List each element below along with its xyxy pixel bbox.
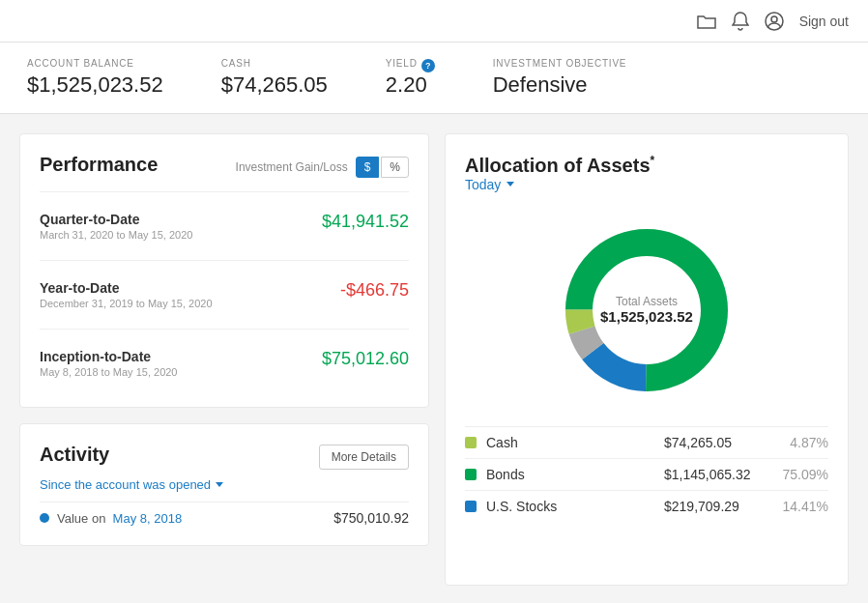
perf-header: Performance Investment Gain/Loss $ % bbox=[40, 154, 409, 180]
ytd-label: Year-to-Date bbox=[40, 280, 213, 296]
today-chevron-icon bbox=[506, 182, 514, 187]
yield-label: YIELD bbox=[386, 58, 418, 69]
left-column: Performance Investment Gain/Loss $ % Qua… bbox=[19, 133, 445, 586]
yield-label-row: YIELD ? bbox=[386, 58, 435, 72]
bonds-amount: $1,145,065.32 bbox=[664, 467, 770, 482]
ytd-sublabel: December 31, 2019 to May 15, 2020 bbox=[40, 298, 213, 309]
perf-row-itd-labels: Inception-to-Date May 8, 2018 to May 15,… bbox=[40, 349, 177, 378]
since-label: Since the account was opened bbox=[40, 477, 211, 492]
yield-info-icon[interactable]: ? bbox=[421, 59, 435, 72]
stocks-amount: $219,709.29 bbox=[664, 499, 770, 514]
itd-sublabel: May 8, 2018 to May 15, 2020 bbox=[40, 366, 177, 378]
toggle-buttons: $ % bbox=[356, 157, 409, 178]
gain-loss-label: Investment Gain/Loss bbox=[236, 160, 348, 174]
activity-value: $750,010.92 bbox=[333, 510, 409, 526]
cash-name: Cash bbox=[486, 435, 654, 450]
alloc-title-row: Allocation of Assets* bbox=[465, 154, 828, 177]
objective-label: INVESTMENT OBJECTIVE bbox=[493, 58, 627, 69]
activity-date: May 8, 2018 bbox=[113, 511, 183, 526]
more-details-button[interactable]: More Details bbox=[319, 445, 409, 470]
alloc-title: Allocation of Assets* bbox=[465, 155, 654, 176]
donut-chart: Total Assets $1,525,023.52 bbox=[465, 214, 828, 407]
user-icon[interactable] bbox=[765, 12, 784, 31]
top-bar-icons: Sign out bbox=[697, 12, 849, 31]
chevron-down-icon bbox=[216, 482, 223, 487]
perf-row-itd: Inception-to-Date May 8, 2018 to May 15,… bbox=[40, 339, 409, 388]
yield-value: 2.20 bbox=[386, 72, 435, 98]
activity-label-prefix: Value on bbox=[57, 511, 105, 526]
asset-row-cash: Cash $74,265.05 4.87% bbox=[465, 426, 828, 458]
allocation-card: Allocation of Assets* Today bbox=[445, 133, 849, 586]
today-label: Today bbox=[465, 177, 501, 192]
top-bar: Sign out bbox=[0, 0, 868, 43]
asset-list: Cash $74,265.05 4.87% Bonds $1,145,065.3… bbox=[465, 426, 828, 522]
account-bar: ACCOUNT BALANCE $1,525,023.52 CASH $74,2… bbox=[0, 43, 868, 114]
itd-label: Inception-to-Date bbox=[40, 349, 177, 364]
cash-pct: 4.87% bbox=[780, 435, 828, 450]
bonds-name: Bonds bbox=[486, 467, 654, 482]
ytd-value: -$466.75 bbox=[340, 280, 409, 301]
donut-svg bbox=[550, 214, 743, 407]
perf-row-ytd-labels: Year-to-Date December 31, 2019 to May 15… bbox=[40, 280, 213, 309]
activity-card: Activity More Details Since the account … bbox=[19, 423, 429, 546]
today-button[interactable]: Today bbox=[465, 177, 514, 192]
asset-row-stocks: U.S. Stocks $219,709.29 14.41% bbox=[465, 490, 828, 522]
balance-label: ACCOUNT BALANCE bbox=[27, 58, 163, 69]
qtd-label: Quarter-to-Date bbox=[40, 212, 192, 227]
cash-label: CASH bbox=[221, 58, 328, 69]
bonds-pct: 75.09% bbox=[780, 467, 828, 482]
cash-value: $74,265.05 bbox=[221, 72, 328, 98]
perf-row-qtd: Quarter-to-Date March 31, 2020 to May 15… bbox=[40, 202, 409, 250]
qtd-value: $41,941.52 bbox=[322, 212, 409, 232]
pct-toggle-button[interactable]: % bbox=[381, 157, 409, 178]
balance-value: $1,525,023.52 bbox=[27, 72, 163, 98]
gain-loss-controls: Investment Gain/Loss $ % bbox=[236, 157, 409, 178]
since-link[interactable]: Since the account was opened bbox=[40, 477, 409, 492]
account-balance-metric: ACCOUNT BALANCE $1,525,023.52 bbox=[27, 58, 163, 98]
performance-title: Performance bbox=[40, 154, 158, 176]
stocks-name: U.S. Stocks bbox=[486, 499, 654, 514]
bell-icon[interactable] bbox=[732, 12, 749, 31]
asset-row-bonds: Bonds $1,145,065.32 75.09% bbox=[465, 458, 828, 490]
activity-header: Activity More Details bbox=[40, 444, 409, 470]
sign-out-button[interactable]: Sign out bbox=[799, 14, 849, 29]
yield-metric: YIELD ? 2.20 bbox=[386, 58, 435, 98]
activity-title: Activity bbox=[40, 444, 109, 466]
performance-card: Performance Investment Gain/Loss $ % Qua… bbox=[19, 133, 429, 408]
cash-amount: $74,265.05 bbox=[664, 435, 770, 450]
perf-row-ytd: Year-to-Date December 31, 2019 to May 15… bbox=[40, 271, 409, 319]
bonds-dot bbox=[465, 469, 477, 480]
cash-dot bbox=[465, 437, 477, 448]
svg-point-1 bbox=[771, 16, 777, 22]
objective-metric: INVESTMENT OBJECTIVE Defensive bbox=[493, 58, 627, 98]
qtd-sublabel: March 31, 2020 to May 15, 2020 bbox=[40, 229, 192, 241]
main-content: Performance Investment Gain/Loss $ % Qua… bbox=[0, 114, 868, 603]
objective-value: Defensive bbox=[493, 72, 627, 98]
activity-row: Value on May 8, 2018 $750,010.92 bbox=[40, 502, 409, 526]
itd-value: $75,012.60 bbox=[322, 349, 409, 369]
folder-icon[interactable] bbox=[697, 13, 716, 30]
activity-label: Value on May 8, 2018 bbox=[57, 511, 182, 526]
cash-metric: CASH $74,265.05 bbox=[221, 58, 328, 98]
perf-row-qtd-labels: Quarter-to-Date March 31, 2020 to May 15… bbox=[40, 212, 192, 241]
alloc-asterisk: * bbox=[651, 154, 655, 167]
stocks-dot bbox=[465, 501, 477, 512]
stocks-pct: 14.41% bbox=[780, 499, 828, 514]
alloc-title-text: Allocation of Assets bbox=[465, 155, 651, 176]
dollar-toggle-button[interactable]: $ bbox=[356, 157, 380, 178]
activity-dot bbox=[40, 513, 49, 523]
